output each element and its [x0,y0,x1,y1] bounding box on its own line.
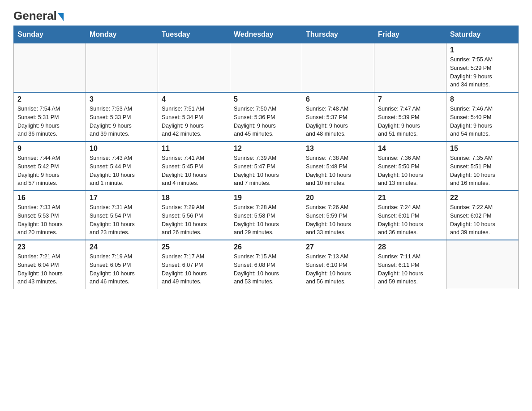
calendar-cell-week4-day6 [446,240,519,289]
day-info: Sunrise: 7:36 AM Sunset: 5:50 PM Dayligh… [378,154,442,188]
day-info: Sunrise: 7:50 AM Sunset: 5:36 PM Dayligh… [234,105,298,138]
day-info: Sunrise: 7:31 AM Sunset: 5:54 PM Dayligh… [90,203,154,237]
calendar-cell-week2-day0: 9Sunrise: 7:44 AM Sunset: 5:42 PM Daylig… [14,141,86,191]
calendar-cell-week2-day3: 12Sunrise: 7:39 AM Sunset: 5:47 PM Dayli… [230,141,302,191]
day-number: 25 [162,243,226,251]
day-info: Sunrise: 7:53 AM Sunset: 5:33 PM Dayligh… [90,105,154,138]
weekday-header-wednesday: Wednesday [230,26,302,43]
day-number: 10 [90,145,154,153]
weekday-header-monday: Monday [86,26,158,43]
calendar-cell-week3-day1: 17Sunrise: 7:31 AM Sunset: 5:54 PM Dayli… [86,191,158,240]
calendar-week-3: 16Sunrise: 7:33 AM Sunset: 5:53 PM Dayli… [14,191,519,240]
day-info: Sunrise: 7:29 AM Sunset: 5:56 PM Dayligh… [162,203,226,237]
day-info: Sunrise: 7:11 AM Sunset: 6:11 PM Dayligh… [378,253,442,286]
calendar-cell-week1-day4: 6Sunrise: 7:48 AM Sunset: 5:37 PM Daylig… [302,92,374,141]
calendar-cell-week2-day1: 10Sunrise: 7:43 AM Sunset: 5:44 PM Dayli… [86,141,158,191]
day-info: Sunrise: 7:54 AM Sunset: 5:31 PM Dayligh… [17,105,82,138]
day-info: Sunrise: 7:47 AM Sunset: 5:39 PM Dayligh… [378,105,442,138]
day-number: 20 [306,194,370,202]
day-number: 27 [306,243,370,251]
day-info: Sunrise: 7:21 AM Sunset: 6:04 PM Dayligh… [17,253,82,286]
day-number: 23 [17,243,82,251]
day-info: Sunrise: 7:22 AM Sunset: 6:02 PM Dayligh… [450,203,515,237]
calendar-cell-week3-day6: 22Sunrise: 7:22 AM Sunset: 6:02 PM Dayli… [446,191,519,240]
weekday-header-friday: Friday [374,26,446,43]
calendar-cell-week3-day4: 20Sunrise: 7:26 AM Sunset: 5:59 PM Dayli… [302,191,374,240]
day-number: 14 [378,145,442,153]
day-info: Sunrise: 7:44 AM Sunset: 5:42 PM Dayligh… [17,154,82,188]
page-header: General [13,9,519,21]
day-info: Sunrise: 7:33 AM Sunset: 5:53 PM Dayligh… [17,203,82,237]
calendar-cell-week2-day6: 15Sunrise: 7:35 AM Sunset: 5:51 PM Dayli… [446,141,519,191]
day-number: 8 [450,95,515,103]
day-info: Sunrise: 7:38 AM Sunset: 5:48 PM Dayligh… [306,154,370,188]
calendar-cell-week1-day2: 4Sunrise: 7:51 AM Sunset: 5:34 PM Daylig… [158,92,230,141]
day-info: Sunrise: 7:26 AM Sunset: 5:59 PM Dayligh… [306,203,370,237]
calendar-cell-week4-day1: 24Sunrise: 7:19 AM Sunset: 6:05 PM Dayli… [86,240,158,289]
calendar-cell-week3-day3: 19Sunrise: 7:28 AM Sunset: 5:58 PM Dayli… [230,191,302,240]
day-number: 19 [234,194,298,202]
day-number: 5 [234,95,298,103]
calendar-cell-week4-day2: 25Sunrise: 7:17 AM Sunset: 6:07 PM Dayli… [158,240,230,289]
weekday-header-saturday: Saturday [446,26,519,43]
day-number: 21 [378,194,442,202]
day-info: Sunrise: 7:46 AM Sunset: 5:40 PM Dayligh… [450,105,515,138]
day-number: 13 [306,145,370,153]
calendar-cell-week2-day2: 11Sunrise: 7:41 AM Sunset: 5:45 PM Dayli… [158,141,230,191]
calendar-cell-week0-day4 [302,43,374,93]
calendar-cell-week0-day2 [158,43,230,93]
calendar-cell-week0-day5 [374,43,446,93]
day-info: Sunrise: 7:41 AM Sunset: 5:45 PM Dayligh… [162,154,226,188]
calendar-cell-week4-day4: 27Sunrise: 7:13 AM Sunset: 6:10 PM Dayli… [302,240,374,289]
calendar-week-1: 2Sunrise: 7:54 AM Sunset: 5:31 PM Daylig… [14,92,519,141]
calendar-cell-week3-day5: 21Sunrise: 7:24 AM Sunset: 6:01 PM Dayli… [374,191,446,240]
calendar-cell-week0-day3 [230,43,302,93]
day-number: 18 [162,194,226,202]
day-number: 3 [90,95,154,103]
calendar-cell-week1-day1: 3Sunrise: 7:53 AM Sunset: 5:33 PM Daylig… [86,92,158,141]
logo-general: General [13,9,57,23]
calendar-table: SundayMondayTuesdayWednesdayThursdayFrid… [13,26,519,289]
calendar-cell-week1-day3: 5Sunrise: 7:50 AM Sunset: 5:36 PM Daylig… [230,92,302,141]
day-number: 28 [378,243,442,251]
weekday-header-row: SundayMondayTuesdayWednesdayThursdayFrid… [14,26,519,43]
day-info: Sunrise: 7:15 AM Sunset: 6:08 PM Dayligh… [234,253,298,286]
day-info: Sunrise: 7:51 AM Sunset: 5:34 PM Dayligh… [162,105,226,138]
day-info: Sunrise: 7:55 AM Sunset: 5:29 PM Dayligh… [450,56,515,89]
day-info: Sunrise: 7:13 AM Sunset: 6:10 PM Dayligh… [306,253,370,286]
day-number: 6 [306,95,370,103]
day-number: 16 [17,194,82,202]
logo: General [13,9,64,21]
calendar-cell-week0-day6: 1Sunrise: 7:55 AM Sunset: 5:29 PM Daylig… [446,43,519,93]
calendar-week-2: 9Sunrise: 7:44 AM Sunset: 5:42 PM Daylig… [14,141,519,191]
calendar-cell-week2-day5: 14Sunrise: 7:36 AM Sunset: 5:50 PM Dayli… [374,141,446,191]
calendar-cell-week0-day0 [14,43,86,93]
logo-arrow-icon [58,13,64,21]
day-number: 17 [90,194,154,202]
calendar-cell-week4-day0: 23Sunrise: 7:21 AM Sunset: 6:04 PM Dayli… [14,240,86,289]
day-number: 11 [162,145,226,153]
day-number: 4 [162,95,226,103]
calendar-cell-week3-day2: 18Sunrise: 7:29 AM Sunset: 5:56 PM Dayli… [158,191,230,240]
calendar-cell-week1-day6: 8Sunrise: 7:46 AM Sunset: 5:40 PM Daylig… [446,92,519,141]
day-number: 1 [450,46,515,54]
calendar-cell-week1-day5: 7Sunrise: 7:47 AM Sunset: 5:39 PM Daylig… [374,92,446,141]
day-number: 12 [234,145,298,153]
calendar-week-0: 1Sunrise: 7:55 AM Sunset: 5:29 PM Daylig… [14,43,519,93]
day-number: 26 [234,243,298,251]
day-info: Sunrise: 7:24 AM Sunset: 6:01 PM Dayligh… [378,203,442,237]
weekday-header-tuesday: Tuesday [158,26,230,43]
calendar-cell-week0-day1 [86,43,158,93]
day-number: 2 [17,95,82,103]
calendar-cell-week4-day3: 26Sunrise: 7:15 AM Sunset: 6:08 PM Dayli… [230,240,302,289]
calendar-cell-week1-day0: 2Sunrise: 7:54 AM Sunset: 5:31 PM Daylig… [14,92,86,141]
calendar-cell-week2-day4: 13Sunrise: 7:38 AM Sunset: 5:48 PM Dayli… [302,141,374,191]
day-info: Sunrise: 7:48 AM Sunset: 5:37 PM Dayligh… [306,105,370,138]
day-number: 7 [378,95,442,103]
weekday-header-sunday: Sunday [14,26,86,43]
day-number: 22 [450,194,515,202]
day-info: Sunrise: 7:19 AM Sunset: 6:05 PM Dayligh… [90,253,154,286]
day-number: 15 [450,145,515,153]
day-number: 9 [17,145,82,153]
day-info: Sunrise: 7:35 AM Sunset: 5:51 PM Dayligh… [450,154,515,188]
